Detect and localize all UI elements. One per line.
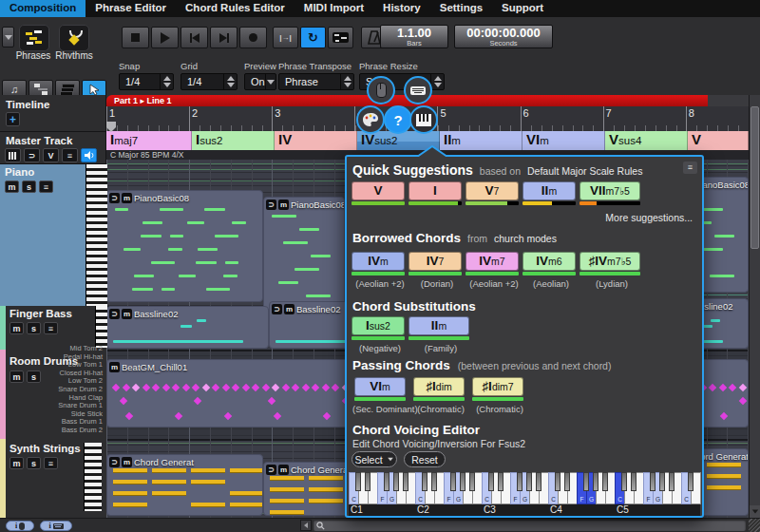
black-key[interactable] (422, 472, 428, 491)
phrase-mute-icon[interactable]: m (278, 465, 289, 475)
phrase-mute-icon[interactable]: m (284, 304, 294, 314)
track-header-synth-strings[interactable]: Synth Strings m s ≡ (0, 439, 106, 518)
resize-grip[interactable] (749, 519, 760, 532)
strings-menu-button[interactable]: ≡ (44, 457, 58, 469)
vertical-scrollbar[interactable] (749, 95, 760, 518)
black-key[interactable] (431, 472, 437, 491)
add-timeline-button[interactable]: + (6, 112, 20, 126)
piano-roll-icon[interactable] (328, 27, 353, 48)
palette-icon[interactable] (356, 105, 385, 134)
phrase-block-chord-generat[interactable]: ⊃mChord Generat (106, 454, 263, 516)
drums-solo-button[interactable]: s (27, 370, 41, 383)
scroll-down-icon[interactable] (750, 505, 760, 518)
chord-button-v7[interactable]: V7 (466, 181, 519, 200)
voicing-keyboard[interactable]: CFGCFGCFGCFGCFGC (349, 472, 700, 504)
menu-tab-phrase-editor[interactable]: Phrase Editor (86, 0, 176, 17)
black-key[interactable] (669, 472, 674, 491)
black-key[interactable] (365, 472, 370, 491)
follow-playhead-icon[interactable]: |→| (273, 27, 298, 48)
strings-solo-button[interactable]: s (27, 457, 41, 469)
master-menu-button[interactable]: ≡ (62, 148, 78, 162)
piano-mute-button[interactable]: m (5, 180, 19, 193)
master-volume-button[interactable]: V (43, 148, 59, 162)
track-header-piano[interactable]: Piano m s ≡ (0, 164, 106, 306)
keyboard-info-button[interactable]: i (40, 521, 72, 531)
phrase-mute-icon[interactable]: m (278, 200, 289, 210)
chord-button-ivm7[interactable]: IVm7 (466, 252, 519, 271)
chord-button--idim[interactable]: ♯Idim (413, 377, 465, 396)
black-key[interactable] (384, 472, 390, 491)
chord-v[interactable]: V (688, 131, 749, 150)
mouse-input-icon[interactable] (367, 76, 395, 104)
piano-solo-button[interactable]: s (22, 180, 36, 193)
toolbar-collapse-button[interactable] (2, 27, 14, 48)
phrase-loop-icon[interactable]: ⊃ (272, 304, 282, 314)
chord-iv[interactable]: IV (275, 131, 357, 150)
phrase-mute-icon[interactable]: m (122, 309, 132, 319)
black-key[interactable] (564, 472, 570, 491)
black-key[interactable] (393, 472, 399, 491)
chord-button-ivm6[interactable]: IVm6 (522, 252, 576, 271)
phrase-loop-icon[interactable]: ⊃ (266, 465, 276, 475)
preview-control[interactable]: On (244, 73, 276, 90)
scroll-left-icon[interactable] (300, 520, 312, 531)
snap-control[interactable]: 1/4 (119, 73, 174, 90)
menu-tab-history[interactable]: History (373, 0, 430, 17)
chord-button-v[interactable]: V (352, 181, 405, 200)
chord-button-iim[interactable]: IIm (522, 181, 576, 200)
grid-control[interactable]: 1/4 (180, 73, 238, 90)
go-to-start-button[interactable] (180, 27, 208, 48)
black-key[interactable] (403, 472, 408, 491)
phrase-loop-icon[interactable]: ⊃ (109, 193, 120, 203)
help-icon[interactable]: ? (384, 105, 412, 134)
bars-display[interactable]: 1.1.00 Bars (380, 25, 448, 48)
black-key[interactable] (355, 472, 361, 491)
voicing-select-button[interactable]: Select (352, 451, 397, 467)
chord-button-i[interactable]: I (408, 181, 462, 200)
black-key[interactable] (650, 472, 656, 491)
master-loop-button[interactable]: ⊃ (24, 148, 40, 162)
black-key[interactable] (555, 472, 560, 491)
phrase-loop-icon[interactable]: ⊃ (109, 309, 120, 319)
rhythms-button[interactable] (59, 25, 89, 51)
search-input[interactable] (314, 520, 746, 531)
master-keys-button[interactable] (5, 148, 21, 162)
phrase-block-pianobasic08[interactable]: ⊃mPianoBasic08 (263, 197, 345, 310)
chord-iim[interactable]: IIm (440, 131, 522, 150)
chord-button-viim7-5[interactable]: VIIm7♭5 (580, 181, 640, 200)
black-key[interactable] (460, 472, 466, 491)
black-key[interactable] (469, 472, 475, 491)
strings-mute-button[interactable]: m (10, 457, 24, 469)
chord-vim[interactable]: VIm (522, 131, 605, 150)
loop-icon[interactable]: ↻ (300, 27, 326, 48)
phrase-loop-icon[interactable]: ⊃ (109, 457, 120, 467)
chord-button-iim[interactable]: IIm (408, 316, 469, 335)
black-key[interactable] (631, 472, 636, 491)
bass-menu-button[interactable]: ≡ (44, 322, 58, 334)
bass-mute-button[interactable]: m (10, 322, 24, 334)
phrase-mute-icon[interactable]: m (109, 362, 120, 372)
black-key[interactable] (583, 472, 589, 491)
bass-solo-button[interactable]: s (27, 322, 41, 334)
black-key[interactable] (659, 472, 665, 491)
phrases-button[interactable] (19, 25, 49, 51)
record-button[interactable] (239, 27, 267, 48)
menu-tab-settings[interactable]: Settings (430, 0, 492, 17)
phrase-block-pianobasic08[interactable]: ⊃mPianoBasic08 (106, 190, 263, 302)
stop-button[interactable] (122, 27, 149, 48)
black-key[interactable] (536, 472, 542, 491)
black-key[interactable] (593, 472, 598, 491)
black-key[interactable] (621, 472, 627, 491)
black-key[interactable] (688, 472, 694, 491)
phrase-loop-icon[interactable]: ⊃ (266, 200, 276, 210)
chord-button--idim7[interactable]: ♯Idim7 (472, 377, 523, 396)
go-to-end-button[interactable] (210, 27, 238, 48)
phrase-mute-icon[interactable]: m (122, 457, 132, 467)
phrase-block-bassline02[interactable]: ⊃mBassline02 (106, 306, 269, 349)
more-suggestions-link[interactable]: More suggestions... (605, 212, 693, 223)
chord-vsus4[interactable]: Vsus4 (605, 131, 688, 150)
seconds-display[interactable]: 00:00:00.000 Seconds (454, 25, 553, 48)
chord-button-vim[interactable]: VIm (354, 377, 406, 396)
drums-mute-button[interactable]: m (10, 370, 24, 383)
track-header-room-drums[interactable]: Room Drums m s Mid Tom 2Pedal Hi-hatLow … (0, 350, 106, 439)
